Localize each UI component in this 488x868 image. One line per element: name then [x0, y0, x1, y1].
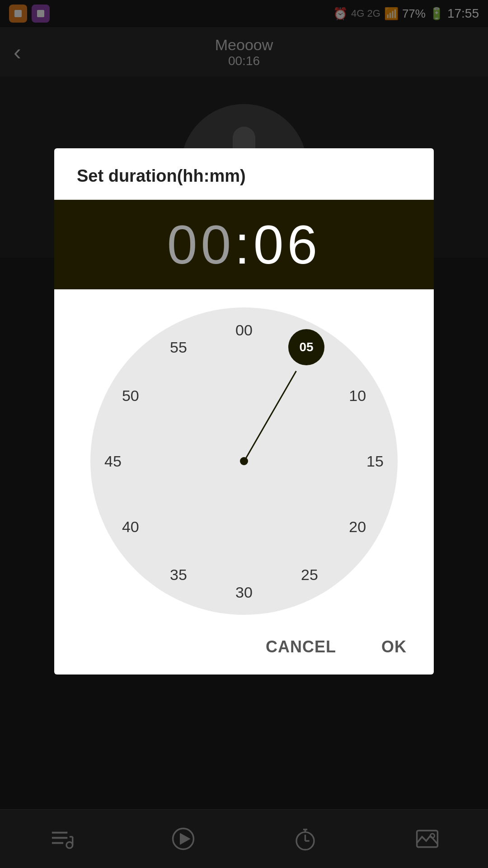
clock-container[interactable]: 05 0010152025303540455055	[54, 289, 434, 624]
dialog-title: Set duration(hh:mm)	[54, 148, 434, 200]
clock-number-20[interactable]: 20	[344, 513, 371, 540]
clock-number-45[interactable]: 45	[99, 448, 127, 475]
clock-handle-05[interactable]: 05	[288, 329, 324, 365]
clock-number-30[interactable]: 30	[230, 579, 258, 606]
clock-number-50[interactable]: 50	[117, 382, 144, 409]
clock-number-00[interactable]: 00	[230, 316, 258, 344]
clock-number-15[interactable]: 15	[361, 448, 389, 475]
time-colon: :	[235, 214, 253, 275]
clock-number-35[interactable]: 35	[165, 561, 192, 588]
clock-center	[240, 457, 248, 465]
time-value: 00:06	[54, 213, 434, 276]
clock-face[interactable]: 05 0010152025303540455055	[90, 307, 398, 615]
clock-number-25[interactable]: 25	[296, 561, 323, 588]
clock-number-10[interactable]: 10	[344, 382, 371, 409]
time-hours: 00	[167, 214, 235, 275]
ok-button[interactable]: OK	[372, 633, 416, 661]
time-display: 00:06	[54, 200, 434, 289]
selected-value: 05	[299, 340, 313, 354]
clock-number-40[interactable]: 40	[117, 513, 144, 540]
dialog-overlay: Set duration(hh:mm) 00:06 05 0010152	[0, 0, 488, 868]
clock-number-55[interactable]: 55	[165, 334, 192, 361]
cancel-button[interactable]: CANCEL	[257, 633, 345, 661]
duration-dialog: Set duration(hh:mm) 00:06 05 0010152	[54, 148, 434, 675]
time-minutes: 06	[253, 214, 321, 275]
clock-hand	[244, 371, 297, 462]
dialog-actions: CANCEL OK	[54, 624, 434, 675]
